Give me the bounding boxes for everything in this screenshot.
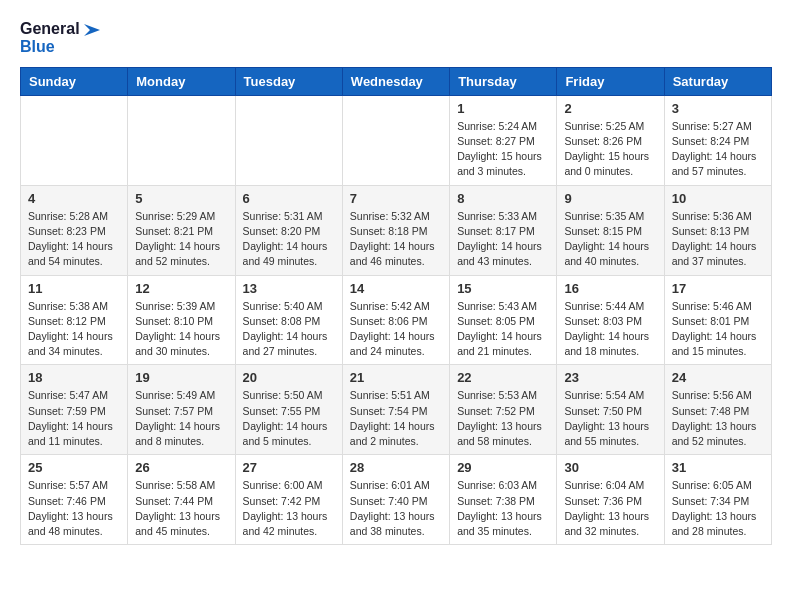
weekday-header: Friday [557, 67, 664, 95]
calendar-cell: 1Sunrise: 5:24 AM Sunset: 8:27 PM Daylig… [450, 95, 557, 185]
calendar-cell: 11Sunrise: 5:38 AM Sunset: 8:12 PM Dayli… [21, 275, 128, 365]
calendar-cell: 14Sunrise: 5:42 AM Sunset: 8:06 PM Dayli… [342, 275, 449, 365]
calendar-cell [21, 95, 128, 185]
calendar-week-row: 11Sunrise: 5:38 AM Sunset: 8:12 PM Dayli… [21, 275, 772, 365]
calendar-cell [128, 95, 235, 185]
day-number: 30 [564, 460, 656, 475]
calendar-table: SundayMondayTuesdayWednesdayThursdayFrid… [20, 67, 772, 545]
day-info: Sunrise: 5:25 AM Sunset: 8:26 PM Dayligh… [564, 119, 656, 180]
day-info: Sunrise: 5:56 AM Sunset: 7:48 PM Dayligh… [672, 388, 764, 449]
calendar-week-row: 25Sunrise: 5:57 AM Sunset: 7:46 PM Dayli… [21, 455, 772, 545]
day-number: 5 [135, 191, 227, 206]
day-number: 26 [135, 460, 227, 475]
calendar-cell [342, 95, 449, 185]
day-number: 16 [564, 281, 656, 296]
day-info: Sunrise: 5:33 AM Sunset: 8:17 PM Dayligh… [457, 209, 549, 270]
day-number: 24 [672, 370, 764, 385]
day-number: 11 [28, 281, 120, 296]
calendar-week-row: 4Sunrise: 5:28 AM Sunset: 8:23 PM Daylig… [21, 185, 772, 275]
calendar-cell: 13Sunrise: 5:40 AM Sunset: 8:08 PM Dayli… [235, 275, 342, 365]
calendar-cell: 3Sunrise: 5:27 AM Sunset: 8:24 PM Daylig… [664, 95, 771, 185]
day-number: 14 [350, 281, 442, 296]
day-number: 31 [672, 460, 764, 475]
calendar-cell: 12Sunrise: 5:39 AM Sunset: 8:10 PM Dayli… [128, 275, 235, 365]
day-info: Sunrise: 6:04 AM Sunset: 7:36 PM Dayligh… [564, 478, 656, 539]
weekday-header: Monday [128, 67, 235, 95]
calendar-cell: 19Sunrise: 5:49 AM Sunset: 7:57 PM Dayli… [128, 365, 235, 455]
day-number: 15 [457, 281, 549, 296]
day-number: 4 [28, 191, 120, 206]
day-info: Sunrise: 5:57 AM Sunset: 7:46 PM Dayligh… [28, 478, 120, 539]
day-number: 9 [564, 191, 656, 206]
svg-marker-0 [84, 24, 100, 36]
day-info: Sunrise: 6:03 AM Sunset: 7:38 PM Dayligh… [457, 478, 549, 539]
day-info: Sunrise: 5:29 AM Sunset: 8:21 PM Dayligh… [135, 209, 227, 270]
weekday-header: Thursday [450, 67, 557, 95]
day-info: Sunrise: 5:46 AM Sunset: 8:01 PM Dayligh… [672, 299, 764, 360]
calendar-cell: 2Sunrise: 5:25 AM Sunset: 8:26 PM Daylig… [557, 95, 664, 185]
calendar-cell: 21Sunrise: 5:51 AM Sunset: 7:54 PM Dayli… [342, 365, 449, 455]
calendar-cell: 6Sunrise: 5:31 AM Sunset: 8:20 PM Daylig… [235, 185, 342, 275]
calendar-cell: 18Sunrise: 5:47 AM Sunset: 7:59 PM Dayli… [21, 365, 128, 455]
weekday-header: Saturday [664, 67, 771, 95]
day-number: 27 [243, 460, 335, 475]
calendar-cell: 28Sunrise: 6:01 AM Sunset: 7:40 PM Dayli… [342, 455, 449, 545]
weekday-header: Wednesday [342, 67, 449, 95]
day-number: 23 [564, 370, 656, 385]
day-info: Sunrise: 5:35 AM Sunset: 8:15 PM Dayligh… [564, 209, 656, 270]
page-header: GeneralBlue [20, 20, 772, 57]
calendar-cell: 10Sunrise: 5:36 AM Sunset: 8:13 PM Dayli… [664, 185, 771, 275]
calendar-cell: 8Sunrise: 5:33 AM Sunset: 8:17 PM Daylig… [450, 185, 557, 275]
day-info: Sunrise: 5:44 AM Sunset: 8:03 PM Dayligh… [564, 299, 656, 360]
day-number: 19 [135, 370, 227, 385]
day-number: 8 [457, 191, 549, 206]
day-info: Sunrise: 5:24 AM Sunset: 8:27 PM Dayligh… [457, 119, 549, 180]
day-number: 25 [28, 460, 120, 475]
calendar-cell: 24Sunrise: 5:56 AM Sunset: 7:48 PM Dayli… [664, 365, 771, 455]
logo: GeneralBlue [20, 20, 100, 57]
day-number: 21 [350, 370, 442, 385]
day-number: 10 [672, 191, 764, 206]
day-info: Sunrise: 5:53 AM Sunset: 7:52 PM Dayligh… [457, 388, 549, 449]
weekday-header-row: SundayMondayTuesdayWednesdayThursdayFrid… [21, 67, 772, 95]
day-info: Sunrise: 6:05 AM Sunset: 7:34 PM Dayligh… [672, 478, 764, 539]
calendar-cell: 20Sunrise: 5:50 AM Sunset: 7:55 PM Dayli… [235, 365, 342, 455]
day-info: Sunrise: 5:39 AM Sunset: 8:10 PM Dayligh… [135, 299, 227, 360]
day-number: 1 [457, 101, 549, 116]
day-number: 13 [243, 281, 335, 296]
day-info: Sunrise: 5:51 AM Sunset: 7:54 PM Dayligh… [350, 388, 442, 449]
day-number: 22 [457, 370, 549, 385]
calendar-cell: 23Sunrise: 5:54 AM Sunset: 7:50 PM Dayli… [557, 365, 664, 455]
day-number: 18 [28, 370, 120, 385]
calendar-cell: 5Sunrise: 5:29 AM Sunset: 8:21 PM Daylig… [128, 185, 235, 275]
weekday-header: Tuesday [235, 67, 342, 95]
day-number: 29 [457, 460, 549, 475]
calendar-week-row: 1Sunrise: 5:24 AM Sunset: 8:27 PM Daylig… [21, 95, 772, 185]
calendar-cell: 27Sunrise: 6:00 AM Sunset: 7:42 PM Dayli… [235, 455, 342, 545]
day-info: Sunrise: 5:32 AM Sunset: 8:18 PM Dayligh… [350, 209, 442, 270]
calendar-cell [235, 95, 342, 185]
day-info: Sunrise: 5:27 AM Sunset: 8:24 PM Dayligh… [672, 119, 764, 180]
logo-text: GeneralBlue [20, 20, 100, 57]
day-number: 12 [135, 281, 227, 296]
calendar-cell: 7Sunrise: 5:32 AM Sunset: 8:18 PM Daylig… [342, 185, 449, 275]
day-info: Sunrise: 6:01 AM Sunset: 7:40 PM Dayligh… [350, 478, 442, 539]
day-info: Sunrise: 5:36 AM Sunset: 8:13 PM Dayligh… [672, 209, 764, 270]
day-number: 3 [672, 101, 764, 116]
weekday-header: Sunday [21, 67, 128, 95]
day-info: Sunrise: 6:00 AM Sunset: 7:42 PM Dayligh… [243, 478, 335, 539]
day-number: 7 [350, 191, 442, 206]
day-number: 17 [672, 281, 764, 296]
calendar-cell: 16Sunrise: 5:44 AM Sunset: 8:03 PM Dayli… [557, 275, 664, 365]
day-info: Sunrise: 5:38 AM Sunset: 8:12 PM Dayligh… [28, 299, 120, 360]
calendar-cell: 22Sunrise: 5:53 AM Sunset: 7:52 PM Dayli… [450, 365, 557, 455]
calendar-cell: 15Sunrise: 5:43 AM Sunset: 8:05 PM Dayli… [450, 275, 557, 365]
day-info: Sunrise: 5:43 AM Sunset: 8:05 PM Dayligh… [457, 299, 549, 360]
day-info: Sunrise: 5:58 AM Sunset: 7:44 PM Dayligh… [135, 478, 227, 539]
day-number: 2 [564, 101, 656, 116]
calendar-cell: 26Sunrise: 5:58 AM Sunset: 7:44 PM Dayli… [128, 455, 235, 545]
calendar-cell: 29Sunrise: 6:03 AM Sunset: 7:38 PM Dayli… [450, 455, 557, 545]
day-info: Sunrise: 5:54 AM Sunset: 7:50 PM Dayligh… [564, 388, 656, 449]
day-info: Sunrise: 5:49 AM Sunset: 7:57 PM Dayligh… [135, 388, 227, 449]
calendar-cell: 31Sunrise: 6:05 AM Sunset: 7:34 PM Dayli… [664, 455, 771, 545]
